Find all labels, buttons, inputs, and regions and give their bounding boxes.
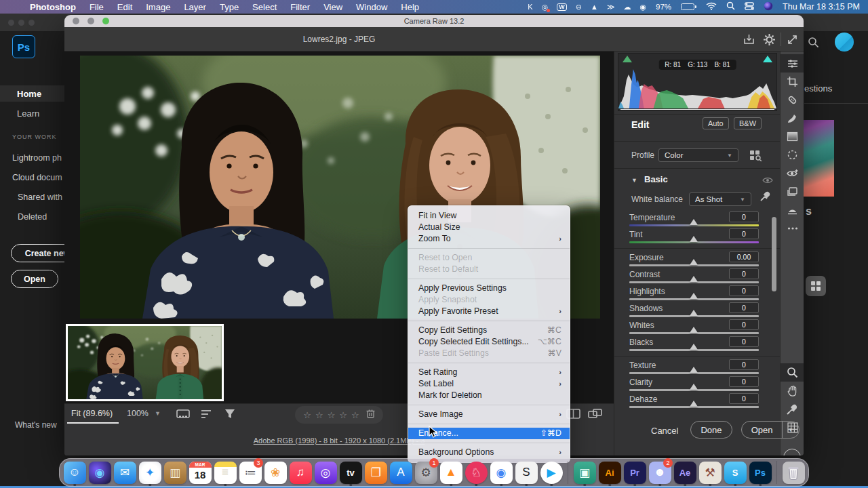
star-icon[interactable]: ☆ — [351, 410, 359, 420]
dock-item-video-player[interactable]: ▶ — [540, 460, 563, 485]
dock-item-notes[interactable]: ≡ — [214, 460, 237, 485]
bw-button[interactable]: B&W — [734, 117, 762, 129]
menu-item-zoom-to[interactable]: Zoom To› — [408, 233, 570, 245]
open-options-chevron-icon[interactable]: ▼ — [782, 422, 799, 438]
slider-value-field[interactable]: 0 — [729, 319, 759, 330]
slider-value-field[interactable]: 0 — [729, 285, 759, 296]
menu-item-apply-previous-settings[interactable]: Apply Previous Settings — [408, 283, 570, 294]
avatar[interactable] — [835, 33, 854, 52]
healing-brush-icon[interactable] — [781, 91, 804, 109]
grid-view-button[interactable] — [806, 276, 826, 296]
sidebar-item-home[interactable]: Home — [0, 85, 64, 102]
sidebar-item-shared-with[interactable]: Shared with — [18, 192, 62, 202]
menubar-menu-view[interactable]: View — [317, 2, 349, 12]
slider-value-field[interactable]: 0 — [729, 268, 759, 279]
ps-zoom-button[interactable] — [28, 20, 35, 26]
dock-item-mail[interactable]: ✉ — [113, 460, 136, 485]
radial-filter-icon[interactable] — [781, 146, 804, 164]
chevron-down-icon[interactable]: ▼ — [155, 410, 161, 417]
star-icon[interactable]: ☆ — [303, 410, 311, 420]
menu-item-set-label[interactable]: Set Label› — [408, 378, 570, 390]
menubar-menu-help[interactable]: Help — [394, 2, 426, 12]
dock-item-photos[interactable]: ❀ — [264, 460, 287, 485]
wifi-icon[interactable] — [706, 2, 717, 12]
dock-item-discord[interactable]: ☻2 — [648, 460, 671, 485]
presets-icon[interactable] — [781, 201, 804, 219]
search-icon[interactable] — [808, 37, 819, 51]
section-visibility-eye-icon[interactable] — [762, 175, 773, 187]
collapse-panel-chevron-icon[interactable]: ▼ — [783, 449, 801, 455]
control-center-icon[interactable] — [745, 2, 754, 12]
radar-icon[interactable]: ◎ — [542, 3, 549, 11]
sidebar-item-cloud-docum[interactable]: Cloud docum — [12, 173, 62, 182]
dock-item-contacts[interactable]: ▥ — [163, 460, 186, 485]
menu-item-mark-for-deletion[interactable]: Mark for Deletion — [408, 390, 570, 401]
wacom-icon[interactable]: W — [557, 3, 567, 11]
keka-icon[interactable]: K — [528, 3, 532, 11]
auto-button[interactable]: Auto — [703, 117, 729, 129]
menu-item-set-rating[interactable]: Set Rating› — [408, 367, 570, 378]
profile-dropdown[interactable]: Color ▼ — [658, 148, 738, 162]
window-minimize-button[interactable] — [87, 18, 94, 24]
white-balance-dropdown[interactable]: As Shot ▼ — [689, 192, 751, 206]
slider-value-field[interactable]: 0 — [729, 393, 759, 404]
done-button[interactable]: Done — [690, 421, 732, 439]
menu-item-fit-in-view[interactable]: Fit in View — [408, 210, 570, 222]
histogram[interactable]: R: 81 G: 113 B: 81 — [618, 53, 777, 111]
filmstrip-thumbnail[interactable] — [66, 324, 224, 401]
siri-icon[interactable] — [764, 1, 773, 13]
play-circle-icon[interactable]: ◉ — [639, 3, 646, 11]
menu-item-background-options[interactable]: Background Options› — [408, 447, 570, 458]
whats-new-link[interactable]: What's new — [15, 420, 57, 430]
sidebar-item-lightroom-ph[interactable]: Lightroom ph — [12, 153, 62, 163]
more-options-icon[interactable] — [781, 219, 804, 237]
cancel-button[interactable]: Cancel — [651, 426, 678, 436]
star-icon[interactable]: ☆ — [328, 410, 336, 420]
menubar-menu-image[interactable]: Image — [139, 2, 177, 12]
dock-item-chrome[interactable]: ◉ — [490, 460, 513, 485]
hand-tool-icon[interactable] — [781, 382, 804, 400]
dock-item-system-preferences[interactable]: ⚙1 — [414, 460, 437, 485]
zoom-tool-icon[interactable] — [781, 363, 804, 382]
ps-minimize-button[interactable] — [18, 20, 24, 26]
slider-value-field[interactable]: 0.00 — [729, 251, 759, 262]
arrows-icon[interactable]: ≫ — [607, 3, 615, 11]
preferences-gear-icon[interactable] — [763, 33, 776, 46]
menubar-app-name[interactable]: Photoshop — [23, 2, 83, 12]
dock-item-reminders[interactable]: ≔3 — [239, 460, 262, 485]
star-icon[interactable]: ☆ — [315, 410, 323, 420]
dock-item-streamlabs[interactable]: ▣ — [573, 460, 596, 485]
slider-thumb[interactable] — [690, 401, 698, 407]
slider-value-field[interactable]: 0 — [729, 228, 759, 239]
white-balance-eyedropper-icon[interactable] — [760, 191, 770, 205]
dock-item-skype[interactable]: S — [724, 460, 747, 485]
slider-thumb[interactable] — [690, 344, 698, 350]
menubar-menu-layer[interactable]: Layer — [177, 2, 213, 12]
dock-item-premiere-pro[interactable]: Pr — [623, 460, 646, 485]
slider-thumb[interactable] — [690, 276, 698, 282]
dock-item-podcasts[interactable]: ◎ — [314, 460, 337, 485]
menubar-menu-file[interactable]: File — [83, 2, 111, 12]
window-zoom-button[interactable] — [102, 18, 109, 24]
vlc-icon[interactable]: ▲ — [591, 3, 598, 11]
delete-icon[interactable] — [366, 409, 375, 421]
slider-thumb[interactable] — [690, 310, 698, 316]
menu-item-save-image[interactable]: Save Image› — [408, 409, 570, 420]
open-button[interactable]: Open — [11, 270, 58, 288]
dock-item-shotcut[interactable]: S — [515, 460, 538, 485]
dock-item-app-store[interactable]: A — [389, 460, 412, 485]
crop-icon[interactable] — [781, 73, 804, 91]
slider-thumb[interactable] — [690, 384, 698, 390]
slider-thumb[interactable] — [690, 236, 698, 242]
menu-item-copy-edit-settings[interactable]: Copy Edit Settings⌘C — [408, 325, 570, 336]
swap-views-icon[interactable] — [588, 408, 603, 423]
ps-close-button[interactable] — [8, 20, 14, 26]
dock-item-trash[interactable] — [782, 460, 805, 485]
sidebar-item-learn[interactable]: Learn — [0, 105, 64, 121]
camera-raw-titlebar[interactable]: Camera Raw 13.2 — [64, 15, 804, 27]
menu-item-enhance[interactable]: Enhance...⇧⌘D — [408, 428, 570, 439]
slider-thumb[interactable] — [690, 327, 698, 333]
dock-item-apple-tv[interactable]: tv — [339, 460, 362, 485]
menubar-menu-edit[interactable]: Edit — [111, 2, 139, 12]
dock-item-after-effects[interactable]: Ae — [673, 460, 696, 485]
